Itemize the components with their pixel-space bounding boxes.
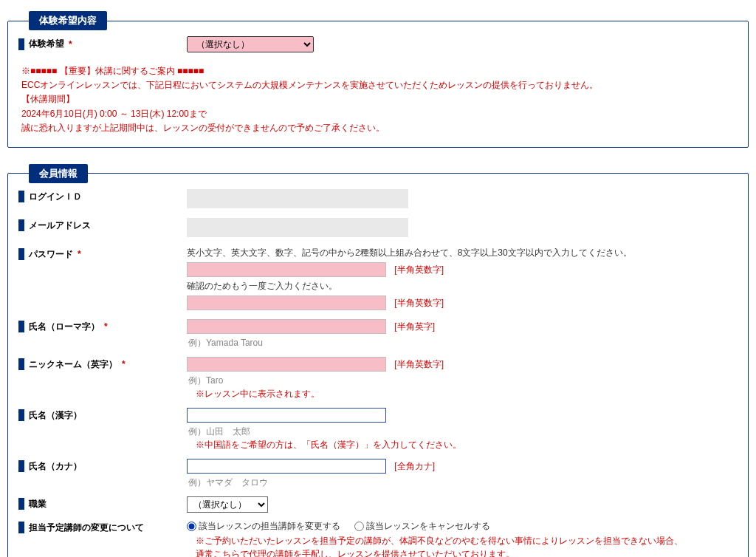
label-bar-icon bbox=[18, 358, 24, 370]
section-member-legend: 会員情報 bbox=[29, 164, 88, 183]
label-trial: 体験希望 * bbox=[18, 35, 187, 53]
roman-name-input[interactable] bbox=[187, 319, 386, 334]
password-hint-2: [半角英数字] bbox=[388, 298, 444, 308]
row-kana: 氏名（カナ） [全角カナ] 例）ヤマダ タロウ bbox=[8, 453, 748, 491]
change-opt2-radio[interactable] bbox=[354, 522, 364, 531]
section-trial: 体験希望内容 体験希望 * （選択なし） ※■■■■■ 【重要】休講に関するご案… bbox=[7, 11, 749, 148]
field-kana: [全角カナ] 例）ヤマダ タロウ bbox=[187, 457, 738, 491]
required-mark: * bbox=[78, 249, 81, 259]
kanji-name-input[interactable] bbox=[187, 408, 386, 423]
required-mark: * bbox=[104, 321, 108, 332]
row-password: パスワード * 英小文字、英大文字、数字、記号の中から2種類以上組み合わせて、8… bbox=[8, 241, 748, 313]
notice-line-3: 【休講期間】 bbox=[21, 92, 735, 106]
field-nick: [半角英数字] 例）Taro ※レッスン中に表示されます。 bbox=[187, 355, 738, 402]
kana-example: 例）ヤマダ タロウ bbox=[187, 475, 738, 489]
field-email bbox=[187, 216, 738, 241]
label-bar-icon bbox=[18, 321, 24, 332]
section-trial-title: 体験希望内容 bbox=[29, 11, 107, 30]
label-kana: 氏名（カナ） bbox=[18, 457, 187, 476]
roman-example: 例）Yamada Tarou bbox=[187, 335, 738, 349]
label-roman-text: 氏名（ローマ字） bbox=[29, 321, 100, 333]
password-rule: 英小文字、英大文字、数字、記号の中から2種類以上組み合わせて、8文字以上30文字… bbox=[187, 247, 738, 259]
label-bar-icon bbox=[18, 409, 24, 421]
row-roman: 氏名（ローマ字） * [半角英字] 例）Yamada Tarou bbox=[8, 313, 748, 351]
label-nick-text: ニックネーム（英字） bbox=[29, 358, 117, 371]
change-opt1-label[interactable]: 該当レッスンの担当講師を変更する bbox=[187, 521, 343, 531]
label-bar-icon bbox=[18, 38, 24, 50]
label-roman: 氏名（ローマ字） * bbox=[18, 318, 187, 336]
label-bar-icon bbox=[18, 460, 24, 472]
password-input[interactable] bbox=[187, 262, 386, 277]
label-job-text: 職業 bbox=[29, 498, 47, 510]
nick-hint: [半角英数字] bbox=[388, 359, 444, 369]
label-email: メールアドレス bbox=[18, 216, 187, 235]
label-login-text: ログインＩＤ bbox=[29, 191, 82, 203]
kana-hint: [全角カナ] bbox=[388, 461, 435, 471]
password-confirm-input[interactable] bbox=[187, 295, 386, 310]
field-kanji: 例）山田 太郎 ※中国語をご希望の方は、「氏名（漢字）」を入力してください。 bbox=[187, 406, 738, 453]
row-instructor-change: 担当予定講師の変更について 該当レッスンの担当講師を変更する 該当レッスンをキャ… bbox=[8, 514, 748, 557]
field-change: 該当レッスンの担当講師を変更する 該当レッスンをキャンセルする ※ご予約いただい… bbox=[187, 519, 738, 557]
notice-line-4: 2024年6月10日(月) 0:00 ～ 13日(木) 12:00まで bbox=[21, 107, 735, 121]
label-bar-icon bbox=[18, 191, 24, 202]
nick-note: ※レッスン中に表示されます。 bbox=[187, 387, 738, 400]
nick-example: 例）Taro bbox=[187, 373, 738, 387]
change-opt1-radio[interactable] bbox=[187, 522, 196, 531]
trial-select[interactable]: （選択なし） bbox=[187, 36, 314, 52]
label-change: 担当予定講師の変更について bbox=[18, 519, 187, 537]
row-login: ログインＩＤ bbox=[8, 183, 748, 212]
kanji-note: ※中国語をご希望の方は、「氏名（漢字）」を入力してください。 bbox=[187, 438, 738, 451]
nickname-input[interactable] bbox=[187, 357, 386, 372]
field-job: （選択なし） bbox=[187, 495, 738, 514]
label-kana-text: 氏名（カナ） bbox=[29, 460, 82, 473]
section-member: 会員情報 ログインＩＤ メールアドレス パスワード * 英小文字、英大文字、数字… bbox=[7, 164, 749, 557]
row-email: メールアドレス bbox=[8, 212, 748, 241]
label-job: 職業 bbox=[18, 495, 187, 513]
label-bar-icon bbox=[18, 248, 24, 260]
label-login: ログインＩＤ bbox=[18, 188, 187, 206]
kana-name-input[interactable] bbox=[187, 459, 386, 474]
maintenance-notice: ※■■■■■ 【重要】休講に関するご案内 ■■■■■ ECCオンラインレッスンで… bbox=[8, 54, 748, 137]
row-nick: ニックネーム（英字） * [半角英数字] 例）Taro ※レッスン中に表示されま… bbox=[8, 351, 748, 402]
label-bar-icon bbox=[18, 498, 24, 510]
label-kanji-text: 氏名（漢字） bbox=[29, 409, 82, 422]
roman-hint: [半角英字] bbox=[388, 321, 435, 332]
section-trial-legend: 体験希望内容 bbox=[29, 11, 107, 30]
label-password: パスワード * bbox=[18, 245, 187, 264]
row-kanji: 氏名（漢字） 例）山田 太郎 ※中国語をご希望の方は、「氏名（漢字）」を入力して… bbox=[8, 402, 748, 453]
job-select[interactable]: （選択なし） bbox=[187, 496, 268, 513]
required-mark: * bbox=[122, 359, 126, 369]
section-member-title: 会員情報 bbox=[29, 164, 88, 183]
login-id-display bbox=[187, 189, 408, 208]
label-bar-icon bbox=[18, 522, 24, 533]
change-opt2-label[interactable]: 該当レッスンをキャンセルする bbox=[354, 521, 490, 531]
label-nick: ニックネーム（英字） * bbox=[18, 355, 187, 374]
field-password: 英小文字、英大文字、数字、記号の中から2種類以上組み合わせて、8文字以上30文字… bbox=[187, 245, 738, 313]
notice-line-1: ※■■■■■ 【重要】休講に関するご案内 ■■■■■ bbox=[21, 64, 735, 78]
field-roman: [半角英字] 例）Yamada Tarou bbox=[187, 318, 738, 351]
change-note-1: ※ご予約いただいたレッスンを担当予定の講師が、体調不良などのやむを得ない事情によ… bbox=[187, 534, 738, 547]
email-display bbox=[187, 218, 408, 237]
label-password-text: パスワード bbox=[29, 248, 73, 261]
notice-line-5: 誠に恐れ入りますが上記期間中は、レッスンの受付ができませんので予めご了承ください… bbox=[21, 121, 735, 135]
row-job: 職業 （選択なし） bbox=[8, 491, 748, 514]
change-opt2-text: 該当レッスンをキャンセルする bbox=[366, 521, 490, 531]
password-confirm-msg: 確認のためもう一度ご入力ください。 bbox=[187, 280, 738, 293]
label-trial-text: 体験希望 bbox=[29, 38, 64, 50]
required-mark: * bbox=[69, 39, 72, 49]
field-login bbox=[187, 188, 738, 212]
password-hint-1: [半角英数字] bbox=[388, 264, 444, 275]
label-change-text: 担当予定講師の変更について bbox=[29, 522, 144, 534]
row-trial: 体験希望 * （選択なし） bbox=[8, 30, 748, 54]
change-radio-row: 該当レッスンの担当講師を変更する 該当レッスンをキャンセルする bbox=[187, 520, 738, 533]
notice-line-2: ECCオンラインレッスンでは、下記日程においてシステムの大規模メンテナンスを実施… bbox=[21, 78, 735, 92]
kanji-example: 例）山田 太郎 bbox=[187, 424, 738, 438]
label-bar-icon bbox=[18, 219, 24, 231]
label-kanji: 氏名（漢字） bbox=[18, 406, 187, 425]
field-trial: （選択なし） bbox=[187, 35, 738, 54]
label-email-text: メールアドレス bbox=[29, 219, 91, 232]
change-opt1-text: 該当レッスンの担当講師を変更する bbox=[199, 521, 340, 531]
change-note-2: 通常こちらで代理の講師を手配し、レッスンを提供させていただいております。 bbox=[187, 547, 738, 557]
